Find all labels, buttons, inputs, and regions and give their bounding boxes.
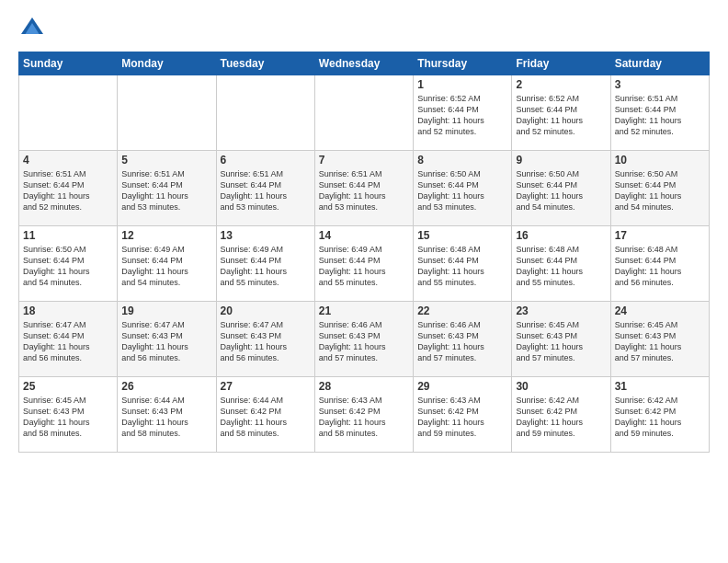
day-number: 29 [417,380,507,393]
day-number: 12 [121,229,211,242]
day-info: Sunrise: 6:43 AM Sunset: 6:42 PM Dayligh… [319,395,409,440]
day-cell: 12Sunrise: 6:49 AM Sunset: 6:44 PM Dayli… [118,226,216,302]
day-cell: 19Sunrise: 6:47 AM Sunset: 6:43 PM Dayli… [118,302,216,377]
day-info: Sunrise: 6:51 AM Sunset: 6:44 PM Dayligh… [615,93,705,138]
day-info: Sunrise: 6:50 AM Sunset: 6:44 PM Dayligh… [615,168,705,213]
page-container: SundayMondayTuesdayWednesdayThursdayFrid… [0,0,728,462]
day-cell: 17Sunrise: 6:48 AM Sunset: 6:44 PM Dayli… [610,226,709,302]
day-number: 8 [417,154,507,167]
day-info: Sunrise: 6:44 AM Sunset: 6:43 PM Dayligh… [121,395,211,440]
day-info: Sunrise: 6:50 AM Sunset: 6:44 PM Dayligh… [516,168,606,213]
day-number: 7 [319,154,409,167]
day-info: Sunrise: 6:50 AM Sunset: 6:44 PM Dayligh… [417,168,507,213]
day-number: 15 [417,229,507,242]
day-info: Sunrise: 6:51 AM Sunset: 6:44 PM Dayligh… [319,168,409,213]
day-info: Sunrise: 6:45 AM Sunset: 6:43 PM Dayligh… [516,319,606,364]
day-number: 16 [516,229,606,242]
day-info: Sunrise: 6:42 AM Sunset: 6:42 PM Dayligh… [615,395,705,440]
header-cell-tuesday: Tuesday [216,52,314,75]
day-info: Sunrise: 6:48 AM Sunset: 6:44 PM Dayligh… [516,244,606,289]
week-row-3: 11Sunrise: 6:50 AM Sunset: 6:44 PM Dayli… [19,226,710,302]
day-number: 3 [615,78,705,91]
calendar-body: 1Sunrise: 6:52 AM Sunset: 6:44 PM Daylig… [19,75,710,453]
day-cell: 31Sunrise: 6:42 AM Sunset: 6:42 PM Dayli… [610,377,709,453]
logo-icon [18,15,46,42]
day-info: Sunrise: 6:47 AM Sunset: 6:43 PM Dayligh… [221,319,311,364]
header-cell-monday: Monday [118,52,216,75]
header [18,15,710,42]
day-number: 25 [23,380,113,393]
day-info: Sunrise: 6:44 AM Sunset: 6:42 PM Dayligh… [221,395,311,440]
day-number: 17 [615,229,705,242]
day-cell [19,75,118,151]
day-cell: 11Sunrise: 6:50 AM Sunset: 6:44 PM Dayli… [19,226,118,302]
day-number: 10 [615,154,705,167]
week-row-5: 25Sunrise: 6:45 AM Sunset: 6:43 PM Dayli… [19,377,710,453]
day-number: 11 [23,229,113,242]
day-cell: 26Sunrise: 6:44 AM Sunset: 6:43 PM Dayli… [118,377,216,453]
day-cell: 9Sunrise: 6:50 AM Sunset: 6:44 PM Daylig… [512,151,610,226]
day-cell: 24Sunrise: 6:45 AM Sunset: 6:43 PM Dayli… [610,302,709,377]
day-cell: 18Sunrise: 6:47 AM Sunset: 6:44 PM Dayli… [19,302,118,377]
day-cell: 15Sunrise: 6:48 AM Sunset: 6:44 PM Dayli… [414,226,512,302]
day-info: Sunrise: 6:45 AM Sunset: 6:43 PM Dayligh… [615,319,705,364]
day-cell [216,75,314,151]
day-info: Sunrise: 6:49 AM Sunset: 6:44 PM Dayligh… [121,244,211,289]
day-number: 20 [221,304,311,317]
day-number: 28 [319,380,409,393]
day-info: Sunrise: 6:49 AM Sunset: 6:44 PM Dayligh… [319,244,409,289]
day-number: 13 [221,229,311,242]
day-number: 2 [516,78,606,91]
day-cell: 23Sunrise: 6:45 AM Sunset: 6:43 PM Dayli… [512,302,610,377]
header-row: SundayMondayTuesdayWednesdayThursdayFrid… [19,52,710,75]
day-info: Sunrise: 6:51 AM Sunset: 6:44 PM Dayligh… [23,168,113,213]
header-cell-thursday: Thursday [414,52,512,75]
day-cell: 13Sunrise: 6:49 AM Sunset: 6:44 PM Dayli… [216,226,314,302]
day-cell: 1Sunrise: 6:52 AM Sunset: 6:44 PM Daylig… [414,75,512,151]
logo [18,15,50,42]
header-cell-saturday: Saturday [610,52,709,75]
day-number: 21 [319,304,409,317]
day-info: Sunrise: 6:48 AM Sunset: 6:44 PM Dayligh… [417,244,507,289]
day-cell: 3Sunrise: 6:51 AM Sunset: 6:44 PM Daylig… [610,75,709,151]
day-info: Sunrise: 6:48 AM Sunset: 6:44 PM Dayligh… [615,244,705,289]
day-cell: 20Sunrise: 6:47 AM Sunset: 6:43 PM Dayli… [216,302,314,377]
header-cell-sunday: Sunday [19,52,118,75]
day-cell: 6Sunrise: 6:51 AM Sunset: 6:44 PM Daylig… [216,151,314,226]
day-cell: 30Sunrise: 6:42 AM Sunset: 6:42 PM Dayli… [512,377,610,453]
day-cell: 8Sunrise: 6:50 AM Sunset: 6:44 PM Daylig… [414,151,512,226]
day-number: 19 [121,304,211,317]
header-cell-friday: Friday [512,52,610,75]
day-info: Sunrise: 6:43 AM Sunset: 6:42 PM Dayligh… [417,395,507,440]
day-cell: 25Sunrise: 6:45 AM Sunset: 6:43 PM Dayli… [19,377,118,453]
day-info: Sunrise: 6:46 AM Sunset: 6:43 PM Dayligh… [319,319,409,364]
header-cell-wednesday: Wednesday [314,52,413,75]
day-cell: 21Sunrise: 6:46 AM Sunset: 6:43 PM Dayli… [314,302,413,377]
day-info: Sunrise: 6:42 AM Sunset: 6:42 PM Dayligh… [516,395,606,440]
day-number: 30 [516,380,606,393]
day-cell: 2Sunrise: 6:52 AM Sunset: 6:44 PM Daylig… [512,75,610,151]
calendar: SundayMondayTuesdayWednesdayThursdayFrid… [18,52,710,453]
day-cell: 5Sunrise: 6:51 AM Sunset: 6:44 PM Daylig… [118,151,216,226]
day-cell: 22Sunrise: 6:46 AM Sunset: 6:43 PM Dayli… [414,302,512,377]
day-number: 4 [23,154,113,167]
day-info: Sunrise: 6:52 AM Sunset: 6:44 PM Dayligh… [417,93,507,138]
day-cell: 7Sunrise: 6:51 AM Sunset: 6:44 PM Daylig… [314,151,413,226]
day-info: Sunrise: 6:49 AM Sunset: 6:44 PM Dayligh… [221,244,311,289]
day-info: Sunrise: 6:45 AM Sunset: 6:43 PM Dayligh… [23,395,113,440]
day-info: Sunrise: 6:51 AM Sunset: 6:44 PM Dayligh… [121,168,211,213]
day-cell: 4Sunrise: 6:51 AM Sunset: 6:44 PM Daylig… [19,151,118,226]
day-number: 26 [121,380,211,393]
day-cell: 14Sunrise: 6:49 AM Sunset: 6:44 PM Dayli… [314,226,413,302]
day-info: Sunrise: 6:51 AM Sunset: 6:44 PM Dayligh… [221,168,311,213]
day-cell: 27Sunrise: 6:44 AM Sunset: 6:42 PM Dayli… [216,377,314,453]
day-number: 23 [516,304,606,317]
day-info: Sunrise: 6:47 AM Sunset: 6:43 PM Dayligh… [121,319,211,364]
day-number: 24 [615,304,705,317]
day-cell [314,75,413,151]
day-cell: 29Sunrise: 6:43 AM Sunset: 6:42 PM Dayli… [414,377,512,453]
day-number: 31 [615,380,705,393]
day-number: 18 [23,304,113,317]
week-row-1: 1Sunrise: 6:52 AM Sunset: 6:44 PM Daylig… [19,75,710,151]
day-info: Sunrise: 6:47 AM Sunset: 6:44 PM Dayligh… [23,319,113,364]
